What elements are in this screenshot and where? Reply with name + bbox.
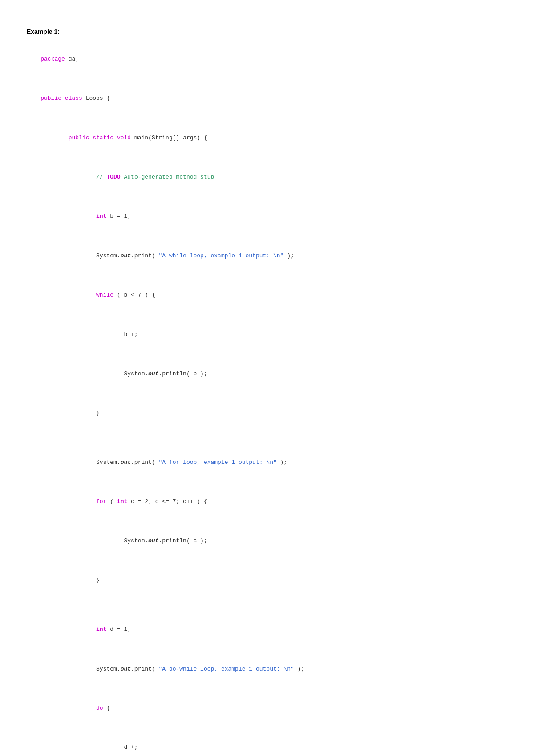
code-line-system-for-println: System.out.println( c ); bbox=[27, 526, 507, 556]
brace-close1: } bbox=[96, 410, 100, 416]
keyword-do: do bbox=[96, 705, 103, 711]
indent16 bbox=[40, 744, 124, 751]
code-line-blank3 bbox=[27, 153, 507, 163]
example1-heading: Example 1: bbox=[27, 27, 507, 37]
code-line-blank2 bbox=[27, 113, 507, 123]
for-rest: c = 2; c <= 7; c++ ) { bbox=[127, 498, 207, 505]
code-line-system-for-print: System.out.print( "A for loop, example 1… bbox=[27, 448, 507, 477]
d-rest: d = 1; bbox=[106, 626, 131, 633]
code-line-blank8 bbox=[27, 350, 507, 359]
code-line-int-d: int d = 1; bbox=[27, 615, 507, 644]
indent12 bbox=[40, 577, 96, 584]
indent9 bbox=[40, 459, 96, 466]
indent15 bbox=[40, 705, 96, 711]
code-block: package da; public class Loops { public … bbox=[27, 45, 507, 756]
system2: System. bbox=[124, 370, 148, 377]
code-line-blank18 bbox=[27, 684, 507, 694]
system5: System. bbox=[96, 666, 121, 672]
code-line-blank17 bbox=[27, 645, 507, 654]
code-line-while: while ( b < 7 ) { bbox=[27, 280, 507, 310]
b-rest: b = 1; bbox=[106, 213, 131, 219]
system3: System. bbox=[96, 459, 121, 466]
println2: .println( c ); bbox=[158, 537, 207, 544]
code-line-blank4 bbox=[27, 192, 507, 202]
code-line-class: public class Loops { bbox=[27, 84, 507, 113]
code-line-main: public static void main(String[] args) { bbox=[27, 123, 507, 153]
print2: .print( bbox=[131, 459, 158, 466]
code-line-blank5 bbox=[27, 232, 507, 241]
code-line-blank14 bbox=[27, 556, 507, 566]
code-line-blank11 bbox=[27, 438, 507, 448]
main-rest: main(String[] args) { bbox=[131, 134, 207, 141]
system4: System. bbox=[124, 537, 148, 544]
keyword-while1: while bbox=[96, 292, 113, 298]
keyword-void: void bbox=[117, 134, 131, 141]
code-line-b-inc: b++; bbox=[27, 320, 507, 349]
brace-close2: } bbox=[96, 577, 100, 584]
indent1 bbox=[40, 134, 68, 141]
code-line-blank16 bbox=[27, 605, 507, 615]
d-inc: d++; bbox=[124, 744, 138, 751]
indent7 bbox=[40, 370, 124, 377]
code-line-blank1 bbox=[27, 74, 507, 84]
code-line-d-inc: d++; bbox=[27, 733, 507, 756]
while-cond: ( b < 7 ) { bbox=[113, 292, 155, 298]
indent11 bbox=[40, 537, 124, 544]
indent4 bbox=[40, 252, 96, 259]
indent10 bbox=[40, 498, 96, 505]
comment-todo: TODO bbox=[106, 174, 120, 180]
do-brace: { bbox=[103, 705, 110, 711]
code-line-blank7 bbox=[27, 310, 507, 320]
print1-close: ); bbox=[283, 252, 294, 259]
code-line-blank15 bbox=[27, 595, 507, 605]
out2: out bbox=[148, 370, 158, 377]
code-line-close-for: } bbox=[27, 566, 507, 595]
code-plain: da; bbox=[65, 56, 79, 62]
indent14 bbox=[40, 666, 96, 672]
code-line-system-while-println: System.out.println( b ); bbox=[27, 359, 507, 389]
code-line-blank19 bbox=[27, 723, 507, 733]
code-line-system-do-print: System.out.print( "A do-while loop, exam… bbox=[27, 654, 507, 684]
keyword-public-class: public class bbox=[40, 95, 82, 102]
out4: out bbox=[148, 537, 158, 544]
indent8 bbox=[40, 410, 96, 416]
code-line-blank13 bbox=[27, 516, 507, 526]
keyword-int-b: int bbox=[96, 213, 106, 219]
print1: .print( bbox=[131, 252, 158, 259]
b-inc: b++; bbox=[124, 331, 138, 338]
out1: out bbox=[121, 252, 131, 259]
keyword-int-d: int bbox=[96, 626, 106, 633]
indent5 bbox=[40, 292, 96, 298]
comment-body: Auto-generated method stub bbox=[121, 174, 214, 180]
keyword-int-c: int bbox=[117, 498, 127, 505]
space2 bbox=[113, 134, 117, 141]
indent2 bbox=[40, 174, 96, 180]
print3-close: ); bbox=[294, 666, 304, 672]
keyword-for: for bbox=[96, 498, 106, 505]
code-line-close-while: } bbox=[27, 398, 507, 428]
indent3 bbox=[40, 213, 96, 219]
code-line-do: do { bbox=[27, 694, 507, 723]
code-line-blank6 bbox=[27, 271, 507, 280]
println1: .println( b ); bbox=[158, 370, 207, 377]
code-line-comment: // TODO Auto-generated method stub bbox=[27, 163, 507, 192]
print2-close: ); bbox=[277, 459, 287, 466]
comment-slash: // bbox=[96, 174, 106, 180]
code-line-blank9 bbox=[27, 389, 507, 398]
code-line-for: for ( int c = 2; c <= 7; c++ ) { bbox=[27, 487, 507, 516]
string3: "A do-while loop, example 1 output: \n" bbox=[158, 666, 294, 672]
print3: .print( bbox=[131, 666, 158, 672]
indent6 bbox=[40, 331, 124, 338]
indent13 bbox=[40, 626, 96, 633]
out3: out bbox=[121, 459, 131, 466]
keyword-public: public bbox=[69, 134, 89, 141]
system1: System. bbox=[96, 252, 121, 259]
code-line-int-b: int b = 1; bbox=[27, 202, 507, 231]
code-line-package: package da; bbox=[27, 45, 507, 74]
string2: "A for loop, example 1 output: \n" bbox=[158, 459, 276, 466]
for-paren: ( bbox=[106, 498, 117, 505]
code-line-blank12 bbox=[27, 477, 507, 487]
code-line-system-while-print: System.out.print( "A while loop, example… bbox=[27, 241, 507, 271]
code-plain2: Loops { bbox=[82, 95, 110, 102]
keyword-static: static bbox=[93, 134, 113, 141]
